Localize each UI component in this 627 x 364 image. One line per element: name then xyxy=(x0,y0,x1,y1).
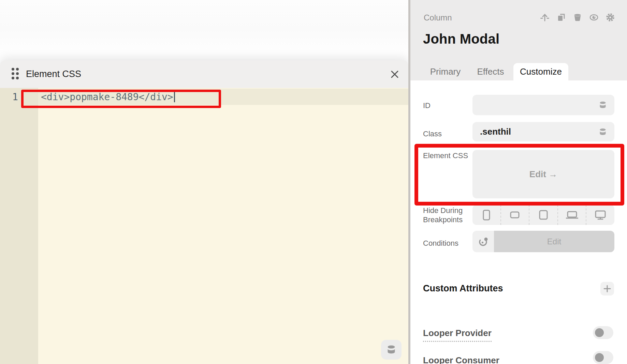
duplicate-icon[interactable] xyxy=(556,12,566,22)
id-field xyxy=(472,95,614,115)
laptop-icon[interactable] xyxy=(557,205,586,225)
desktop-icon[interactable] xyxy=(586,205,614,225)
looper-consumer-toggle[interactable] xyxy=(593,351,613,364)
toggle-knob xyxy=(595,353,604,362)
looper-provider-label[interactable]: Looper Provider xyxy=(423,328,492,342)
conditions-label: Conditions xyxy=(423,239,471,248)
code-line[interactable]: <div>popmake-8489</div> xyxy=(41,89,175,105)
dynamic-content-icon[interactable] xyxy=(599,101,607,109)
condition-icon[interactable] xyxy=(472,231,494,252)
looper-consumer-label[interactable]: Looper Consumer xyxy=(423,355,499,364)
class-input[interactable] xyxy=(480,122,593,141)
element-css-label: Element CSS xyxy=(423,151,471,160)
tab-primary[interactable]: Primary xyxy=(419,63,472,80)
element-css-editor-panel: Element CSS 1 <div>popmake-8489</div> xyxy=(0,60,408,364)
close-icon[interactable] xyxy=(390,70,399,79)
line-number: 1 xyxy=(12,89,18,105)
element-css-edit-button[interactable]: Edit → xyxy=(472,150,614,198)
element-name-heading: John Modal xyxy=(423,31,499,47)
inspector-toolbar xyxy=(540,12,615,22)
editor-title: Element CSS xyxy=(26,60,81,88)
delete-icon[interactable] xyxy=(572,12,583,22)
conditions-edit-button[interactable]: Edit xyxy=(494,231,614,252)
id-field-label: ID xyxy=(423,101,471,110)
drag-handle-icon[interactable] xyxy=(12,68,19,81)
phone-landscape-icon[interactable] xyxy=(500,205,529,225)
tab-customize[interactable]: Customize xyxy=(513,63,568,80)
editor-gutter xyxy=(0,88,38,364)
tablet-icon[interactable] xyxy=(529,205,557,225)
dynamic-content-icon[interactable] xyxy=(599,127,607,136)
builder-window: Element CSS 1 <div>popmake-8489</div> Co… xyxy=(0,0,627,364)
preview-icon[interactable] xyxy=(589,12,599,22)
toggle-knob xyxy=(595,328,604,337)
class-field-label: Class xyxy=(423,129,471,138)
element-type-label: Column xyxy=(424,13,452,22)
add-attribute-icon[interactable] xyxy=(600,282,614,295)
customize-tab-panel: ID Class Element CSS Edit → Hide During … xyxy=(410,80,627,364)
looper-provider-toggle[interactable] xyxy=(593,326,613,339)
editor-header: Element CSS xyxy=(0,60,408,88)
custom-attributes-heading: Custom Attributes xyxy=(423,283,503,294)
tab-effects[interactable]: Effects xyxy=(465,63,516,80)
phone-portrait-icon[interactable] xyxy=(472,205,500,225)
inspector-header: Column John Modal Pr xyxy=(410,0,627,80)
hide-breakpoints-label: Hide During Breakpoints xyxy=(423,206,471,224)
code-text: <div>popmake-8489</div> xyxy=(41,91,173,103)
breakpoint-toggle-group xyxy=(472,205,614,225)
id-input[interactable] xyxy=(480,95,593,115)
conditions-control: Edit xyxy=(472,231,614,252)
code-editor[interactable]: 1 <div>popmake-8489</div> xyxy=(0,88,408,364)
dynamic-content-icon[interactable] xyxy=(381,340,402,360)
inspector-sidebar: Column John Modal Pr xyxy=(410,0,627,364)
inspector-tabs: Primary Effects Customize xyxy=(410,63,627,80)
text-cursor xyxy=(174,91,175,102)
settings-gear-icon[interactable] xyxy=(605,12,615,22)
move-up-icon[interactable] xyxy=(540,12,550,22)
class-field xyxy=(472,122,614,141)
